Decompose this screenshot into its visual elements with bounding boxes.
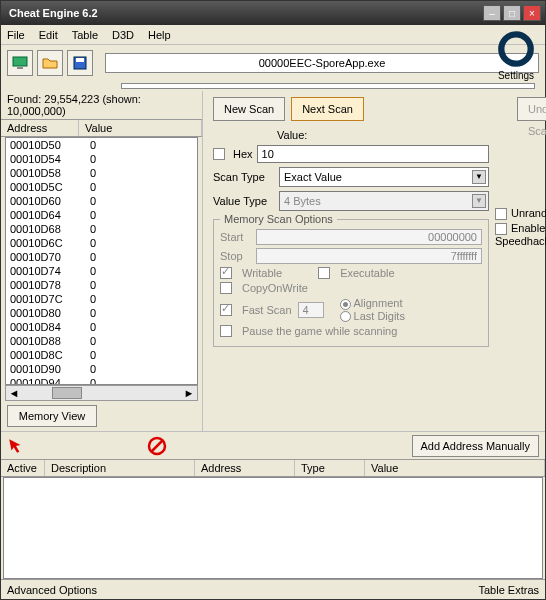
advanced-options-button[interactable]: Advanced Options (7, 584, 97, 596)
horizontal-scrollbar[interactable]: ◄ ► (5, 385, 198, 401)
settings-label: Settings (498, 70, 534, 81)
col-address[interactable]: Address (1, 120, 79, 136)
gear-icon (495, 28, 537, 70)
chevron-down-icon: ▼ (472, 194, 486, 208)
unrandomizer-checkbox[interactable] (495, 208, 507, 220)
svg-rect-0 (13, 57, 27, 66)
menu-table[interactable]: Table (72, 29, 98, 41)
value-label: Value: (277, 129, 307, 141)
open-file-button[interactable] (37, 50, 63, 76)
alignment-radio[interactable] (340, 299, 351, 310)
scroll-thumb[interactable] (52, 387, 82, 399)
hex-checkbox[interactable] (213, 148, 225, 160)
fastscan-label: Fast Scan (242, 304, 292, 316)
close-button[interactable]: × (523, 5, 541, 21)
fastscan-checkbox[interactable] (220, 304, 232, 316)
result-row[interactable]: 00010D880 (6, 334, 197, 348)
save-button[interactable] (67, 50, 93, 76)
scan-type-select[interactable]: Exact Value ▼ (279, 167, 489, 187)
found-count: Found: 29,554,223 (shown: 10,000,000) (1, 91, 202, 119)
minimize-button[interactable]: – (483, 5, 501, 21)
copyonwrite-checkbox[interactable] (220, 282, 232, 294)
open-process-button[interactable] (7, 50, 33, 76)
executable-checkbox[interactable] (318, 267, 330, 279)
svg-rect-3 (76, 58, 84, 62)
executable-label: Executable (340, 267, 394, 279)
group-title: Memory Scan Options (220, 213, 337, 225)
result-row[interactable]: 00010D940 (6, 376, 197, 385)
lastdigits-radio[interactable] (340, 311, 351, 322)
result-row[interactable]: 00010D780 (6, 278, 197, 292)
chevron-down-icon: ▼ (472, 170, 486, 184)
result-row[interactable]: 00010D900 (6, 362, 197, 376)
results-list[interactable]: 00010D50000010D54000010D58000010D5C00001… (5, 137, 198, 385)
cheat-table[interactable] (3, 477, 543, 579)
result-row[interactable]: 00010D540 (6, 152, 197, 166)
statusbar: Advanced Options Table Extras (1, 579, 545, 599)
result-row[interactable]: 00010D740 (6, 264, 197, 278)
start-label: Start (220, 231, 250, 243)
menu-help[interactable]: Help (148, 29, 171, 41)
result-row[interactable]: 00010D6C0 (6, 236, 197, 250)
fastscan-input[interactable] (298, 302, 324, 318)
result-row[interactable]: 00010D700 (6, 250, 197, 264)
pause-label: Pause the game while scanning (242, 325, 397, 337)
col-value2[interactable]: Value (365, 460, 545, 476)
save-icon (72, 55, 88, 71)
stop-input[interactable] (256, 248, 482, 264)
window-title: Cheat Engine 6.2 (5, 7, 481, 19)
result-row[interactable]: 00010D500 (6, 138, 197, 152)
menu-d3d[interactable]: D3D (112, 29, 134, 41)
add-address-button[interactable]: Add Address Manually (412, 435, 539, 457)
result-row[interactable]: 00010D580 (6, 166, 197, 180)
writable-label: Writable (242, 267, 282, 279)
result-row[interactable]: 00010D7C0 (6, 292, 197, 306)
result-row[interactable]: 00010D600 (6, 194, 197, 208)
next-scan-button[interactable]: Next Scan (291, 97, 364, 121)
table-extras-button[interactable]: Table Extras (478, 584, 539, 596)
logo[interactable]: Settings (492, 28, 540, 88)
menu-file[interactable]: File (7, 29, 25, 41)
new-scan-button[interactable]: New Scan (213, 97, 285, 121)
menu-edit[interactable]: Edit (39, 29, 58, 41)
col-type[interactable]: Type (295, 460, 365, 476)
result-row[interactable]: 00010D800 (6, 306, 197, 320)
col-address2[interactable]: Address (195, 460, 295, 476)
scan-type-label: Scan Type (213, 171, 275, 183)
cheat-table-header: Active Description Address Type Value (1, 459, 545, 477)
result-row[interactable]: 00010D680 (6, 222, 197, 236)
pause-checkbox[interactable] (220, 325, 232, 337)
svg-line-7 (151, 440, 163, 452)
result-row[interactable]: 00010D5C0 (6, 180, 197, 194)
result-row[interactable]: 00010D640 (6, 208, 197, 222)
value-type-select[interactable]: 4 Bytes ▼ (279, 191, 489, 211)
pointer-icon[interactable] (7, 437, 25, 455)
value-input[interactable]: 10 (257, 145, 489, 163)
process-name[interactable]: 00000EEC-SporeApp.exe (105, 53, 539, 73)
writable-checkbox[interactable] (220, 267, 232, 279)
start-input[interactable] (256, 229, 482, 245)
memory-view-button[interactable]: Memory View (7, 405, 97, 427)
scroll-right-icon[interactable]: ► (181, 387, 197, 399)
clear-icon[interactable] (147, 436, 167, 456)
col-value[interactable]: Value (79, 120, 202, 136)
folder-icon (42, 55, 58, 71)
memory-scan-options: Memory Scan Options Start Stop Writable … (213, 219, 489, 347)
titlebar: Cheat Engine 6.2 – □ × (1, 1, 545, 25)
result-row[interactable]: 00010D8C0 (6, 348, 197, 362)
value-type-label: Value Type (213, 195, 275, 207)
speedhack-checkbox[interactable] (495, 223, 507, 235)
maximize-button[interactable]: □ (503, 5, 521, 21)
stop-label: Stop (220, 250, 250, 262)
svg-rect-1 (17, 67, 23, 69)
result-row[interactable]: 00010D840 (6, 320, 197, 334)
hex-label: Hex (233, 148, 253, 160)
menubar: File Edit Table D3D Help (1, 25, 545, 45)
col-description[interactable]: Description (45, 460, 195, 476)
results-header: Address Value (1, 119, 202, 137)
scroll-left-icon[interactable]: ◄ (6, 387, 22, 399)
col-active[interactable]: Active (1, 460, 45, 476)
copyonwrite-label: CopyOnWrite (242, 282, 308, 294)
undo-scan-button[interactable]: Undo Scan (517, 97, 546, 121)
progress-bar (121, 83, 535, 89)
